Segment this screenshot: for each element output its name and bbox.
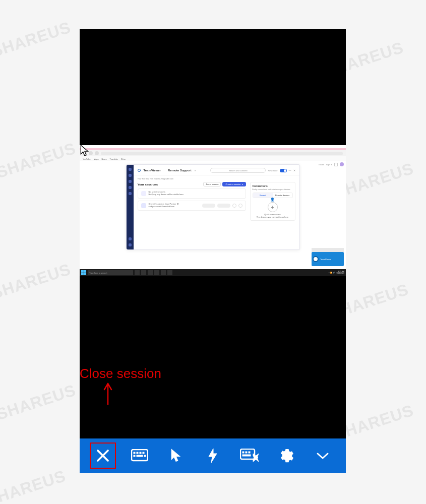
taskbar-search[interactable]: Type here to search — [88, 270, 133, 275]
bookmark-item[interactable]: Maps — [94, 158, 99, 160]
sidebar-item[interactable] — [129, 180, 132, 183]
svg-rect-2 — [137, 452, 138, 454]
create-session-button[interactable]: Create a session — [222, 182, 246, 186]
partner-id-chip[interactable] — [202, 204, 215, 208]
sidebar-item[interactable] — [129, 186, 132, 189]
collapse-toolbar-button[interactable] — [312, 445, 333, 466]
svg-rect-7 — [144, 455, 146, 457]
settings-button[interactable] — [275, 445, 296, 466]
app-sidebar — [127, 165, 134, 249]
watermark: SHAREUS — [0, 18, 73, 61]
remote-desktop-view[interactable]: YouTube Maps News Translate Drive Instal… — [80, 145, 346, 276]
mouse-cursor-icon — [80, 144, 91, 159]
taskbar-app-icon[interactable] — [135, 270, 140, 275]
avatar[interactable] — [340, 162, 344, 166]
remote-control-toolbar — [80, 438, 346, 473]
share-line2: and password if needed here — [149, 206, 179, 208]
notification-bar — [312, 248, 344, 252]
sidebar-item[interactable] — [129, 192, 132, 195]
mode-toggle[interactable] — [280, 169, 287, 172]
page-title: Remote Support — [168, 169, 192, 172]
annotation-arrow-icon — [103, 383, 161, 405]
sidebar-item[interactable] — [129, 243, 132, 246]
bookmark-item[interactable]: Translate — [110, 158, 118, 160]
teamviewer-notification[interactable]: TeamViewer — [312, 252, 344, 266]
search-input[interactable]: Search and Connect — [210, 168, 266, 173]
taskbar-app-icon[interactable] — [161, 270, 166, 275]
start-button[interactable] — [81, 270, 86, 275]
apps-icon[interactable] — [334, 163, 338, 166]
bookmark-item[interactable]: News — [102, 158, 107, 160]
close-icon[interactable]: ✕ — [293, 169, 295, 172]
sessions-heading: Your sessions — [138, 183, 158, 186]
signin-link[interactable]: Sign in — [326, 163, 332, 166]
quick-sub: The devices you connect to go here — [253, 216, 293, 218]
watermark: SHAREUS — [0, 139, 78, 182]
password-chip[interactable] — [217, 204, 230, 208]
tab-recent[interactable]: Recent — [253, 193, 273, 198]
letterbox-top — [80, 29, 346, 145]
teamviewer-logo-icon — [138, 169, 141, 172]
system-tray[interactable]: ▲ 📶 🔊 — [328, 272, 335, 274]
svg-rect-6 — [137, 455, 143, 457]
upgrade-banner[interactable]: Your free trial has expired. Upgrade now — [138, 177, 295, 180]
sidebar-item[interactable] — [129, 168, 132, 171]
bookmark-item[interactable]: Drive — [121, 158, 126, 160]
annotation-label: Close session — [80, 366, 161, 382]
teamviewer-app-window: TeamViewer Remote Support ▾ Search and C… — [126, 164, 300, 250]
url-field[interactable] — [101, 152, 343, 155]
annotation: Close session — [80, 366, 161, 405]
sidebar-item[interactable] — [129, 174, 132, 177]
connections-panel: Connections Easily connect and switch be… — [250, 182, 295, 221]
share-icon — [141, 203, 146, 208]
empty-sessions-card: No active sessions Notifying any device … — [138, 188, 246, 199]
svg-rect-11 — [249, 452, 250, 453]
refresh-icon[interactable] — [232, 204, 236, 208]
reload-icon[interactable] — [95, 151, 99, 155]
quick-actions-button[interactable] — [202, 445, 223, 466]
tab-remote-devices[interactable]: Remote devices — [273, 193, 292, 198]
bookmarks-bar[interactable]: YouTube Maps News Translate Drive — [80, 156, 346, 161]
keyboard-button[interactable] — [129, 445, 150, 466]
mobile-viewer-frame: YouTube Maps News Translate Drive Instal… — [80, 29, 346, 473]
svg-rect-12 — [242, 455, 251, 456]
taskbar-app-icon[interactable] — [141, 270, 146, 275]
send-keys-button[interactable] — [239, 445, 260, 466]
svg-rect-8 — [240, 449, 255, 459]
taskbar-app-icon[interactable] — [167, 270, 172, 275]
browser-address-bar[interactable] — [80, 150, 346, 156]
taskbar-app-icon[interactable] — [154, 270, 159, 275]
watermark: SHAREUS — [0, 467, 68, 504]
teamviewer-logo-icon — [313, 256, 319, 262]
minimize-icon[interactable]: — — [289, 169, 291, 172]
taskbar-app-icon[interactable] — [148, 270, 153, 275]
pointer-button[interactable] — [165, 445, 187, 466]
svg-rect-10 — [246, 452, 247, 453]
svg-rect-5 — [134, 455, 135, 457]
svg-rect-9 — [242, 452, 244, 453]
notif-title: TeamViewer — [320, 258, 331, 261]
copy-icon[interactable] — [238, 204, 242, 208]
share-device-card: Share this device. Your Partner ID and p… — [138, 201, 246, 211]
empty-sub: Notifying any device will be visible her… — [149, 194, 184, 196]
mode-label: New mode — [268, 169, 277, 172]
watermark: SHAREUS — [0, 260, 73, 303]
chevron-down-icon[interactable]: ▾ — [195, 169, 196, 172]
add-connection-button[interactable]: + — [268, 202, 278, 212]
connections-heading: Connections — [253, 184, 293, 187]
app-brand: TeamViewer — [144, 169, 161, 172]
install-link[interactable]: Install — [319, 163, 324, 166]
page-top-right: Install Sign in — [319, 162, 344, 166]
connections-sub: Easily connect and switch between your d… — [253, 188, 293, 191]
sessions-empty-icon — [141, 191, 146, 196]
watermark: SHAREUS — [0, 381, 78, 424]
svg-rect-4 — [143, 452, 144, 454]
join-session-button[interactable]: Join a session — [203, 182, 221, 186]
taskbar-clock[interactable]: 8:23 AM 9/14/2023 — [336, 271, 344, 275]
windows-taskbar[interactable]: Type here to search ▲ 📶 🔊 8:23 AM 9/14/2… — [80, 269, 346, 276]
svg-rect-3 — [140, 452, 141, 454]
svg-rect-1 — [134, 452, 135, 454]
sidebar-item[interactable] — [129, 237, 132, 240]
letterbox-bottom: Close session — [80, 276, 346, 438]
annotation-highlight-box — [90, 443, 116, 469]
